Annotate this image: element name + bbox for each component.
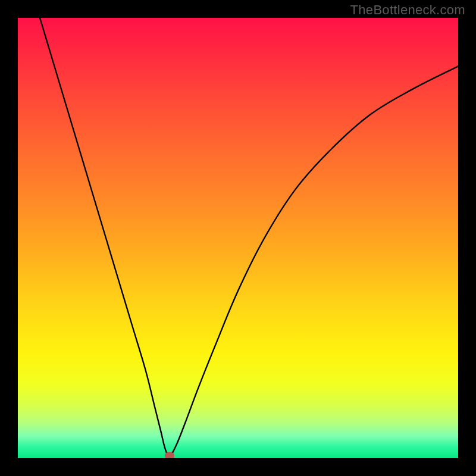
chart-frame: TheBottleneck.com <box>0 0 476 476</box>
optimal-point-marker <box>165 452 174 458</box>
plot-area <box>18 18 458 458</box>
bottleneck-curve <box>18 18 458 458</box>
watermark-text: TheBottleneck.com <box>350 2 465 18</box>
